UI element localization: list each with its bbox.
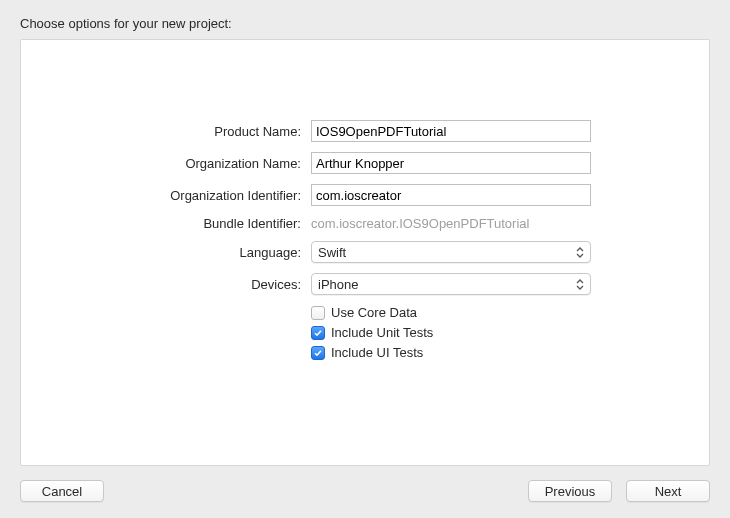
devices-select[interactable]: iPhone xyxy=(311,273,591,295)
chevron-updown-icon xyxy=(576,245,586,259)
bundle-identifier-label: Bundle Identifier: xyxy=(61,216,301,231)
core-data-checkbox-row[interactable]: Use Core Data xyxy=(311,305,669,320)
language-value: Swift xyxy=(318,245,346,260)
next-button[interactable]: Next xyxy=(626,480,710,502)
ui-tests-checkbox[interactable] xyxy=(311,346,325,360)
footer: Cancel Previous Next xyxy=(20,466,710,502)
devices-value: iPhone xyxy=(318,277,358,292)
product-name-label: Product Name: xyxy=(61,124,301,139)
language-label: Language: xyxy=(61,245,301,260)
devices-label: Devices: xyxy=(61,277,301,292)
cancel-button[interactable]: Cancel xyxy=(20,480,104,502)
ui-tests-checkbox-row[interactable]: Include UI Tests xyxy=(311,345,669,360)
core-data-label: Use Core Data xyxy=(331,305,417,320)
language-select[interactable]: Swift xyxy=(311,241,591,263)
page-title: Choose options for your new project: xyxy=(20,16,710,31)
ui-tests-label: Include UI Tests xyxy=(331,345,423,360)
unit-tests-checkbox-row[interactable]: Include Unit Tests xyxy=(311,325,669,340)
previous-button[interactable]: Previous xyxy=(528,480,612,502)
chevron-updown-icon xyxy=(576,277,586,291)
core-data-checkbox[interactable] xyxy=(311,306,325,320)
product-name-input[interactable] xyxy=(311,120,591,142)
unit-tests-checkbox[interactable] xyxy=(311,326,325,340)
bundle-identifier-value: com.ioscreator.IOS9OpenPDFTutorial xyxy=(311,216,529,231)
organization-name-label: Organization Name: xyxy=(61,156,301,171)
organization-identifier-label: Organization Identifier: xyxy=(61,188,301,203)
form-panel: Product Name: Organization Name: Organiz… xyxy=(20,39,710,466)
organization-identifier-input[interactable] xyxy=(311,184,591,206)
unit-tests-label: Include Unit Tests xyxy=(331,325,433,340)
organization-name-input[interactable] xyxy=(311,152,591,174)
